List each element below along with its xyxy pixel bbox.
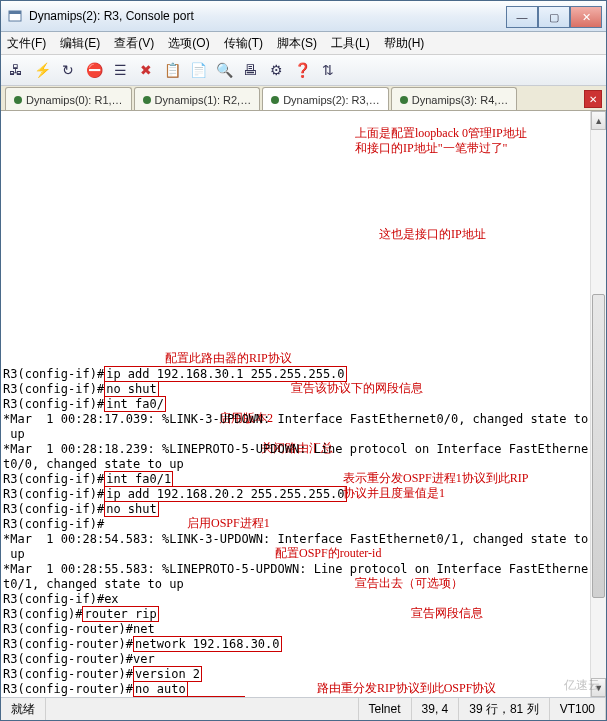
status-cursor-pos: 39, 4 bbox=[412, 698, 460, 720]
transfer-icon[interactable]: ⇅ bbox=[319, 61, 337, 79]
terminal-line: R3(config-if)#no shut bbox=[3, 502, 588, 517]
scroll-track[interactable] bbox=[591, 130, 606, 678]
terminal-line: *Mar 1 00:28:55.583: %LINEPROTO-5-UPDOWN… bbox=[3, 562, 588, 577]
menu-script[interactable]: 脚本(S) bbox=[277, 35, 317, 52]
close-button[interactable]: ✕ bbox=[570, 6, 602, 28]
menu-view[interactable]: 查看(V) bbox=[114, 35, 154, 52]
tab-dynamips-3[interactable]: Dynamips(3): R4,… bbox=[391, 87, 518, 110]
status-dot-icon bbox=[271, 96, 279, 104]
terminal-line: R3(config-if)#int fa0/ bbox=[3, 397, 588, 412]
terminal-area: 上面是配置loopback 0管理IP地址 和接口的IP地址"一笔带过了" 这也… bbox=[1, 111, 606, 697]
highlighted-command: network 192.168.30.0 bbox=[133, 636, 282, 652]
terminal-line: R3(config-if)#ip add 192.168.20.2 255.25… bbox=[3, 487, 588, 502]
highlighted-command: router rip bbox=[82, 606, 158, 622]
status-protocol: Telnet bbox=[359, 698, 412, 720]
tab-dynamips-1[interactable]: Dynamips(1): R2,… bbox=[134, 87, 261, 110]
highlighted-command: ip add 192.168.20.2 255.255.255.0 bbox=[104, 486, 346, 502]
highlighted-command: no shut bbox=[104, 501, 159, 517]
status-dot-icon bbox=[400, 96, 408, 104]
properties-icon[interactable]: ⚙ bbox=[267, 61, 285, 79]
terminal-line: t0/0, changed state to up bbox=[3, 457, 588, 472]
toolbar: 🖧 ⚡ ↻ ⛔ ☰ ✖ 📋 📄 🔍 🖶 ⚙ ❓ ⇅ bbox=[1, 55, 606, 86]
annotation-interface-ip: 这也是接口的IP地址 bbox=[379, 227, 486, 242]
statusbar: 就绪 Telnet 39, 4 39 行，81 列 VT100 bbox=[1, 697, 606, 720]
menu-tools[interactable]: 工具(L) bbox=[331, 35, 370, 52]
status-dot-icon bbox=[143, 96, 151, 104]
scroll-up-button[interactable]: ▲ bbox=[591, 111, 606, 130]
terminal-line: R3(config-router)#no auto bbox=[3, 682, 588, 697]
window-title: Dynamips(2): R3, Console port bbox=[29, 9, 506, 23]
menu-edit[interactable]: 编辑(E) bbox=[60, 35, 100, 52]
terminal-line: up bbox=[3, 427, 588, 442]
annotation-loopback-a: 上面是配置loopback 0管理IP地址 bbox=[355, 126, 527, 141]
print-icon[interactable]: 🖶 bbox=[241, 61, 259, 79]
terminal-line: R3(config-if)#ip add 192.168.30.1 255.25… bbox=[3, 367, 588, 382]
terminal-line: R3(config)#router rip bbox=[3, 607, 588, 622]
terminal-line: R3(config-router)#net bbox=[3, 622, 588, 637]
copy-icon[interactable]: 📋 bbox=[163, 61, 181, 79]
minimize-button[interactable]: — bbox=[506, 6, 538, 28]
terminal-line: up bbox=[3, 547, 588, 562]
highlighted-command: int fa0/ bbox=[104, 396, 166, 412]
tab-bar: Dynamips(0): R1,… Dynamips(1): R2,… Dyna… bbox=[1, 86, 606, 111]
terminal-line: *Mar 1 00:28:17.039: %LINK-3-UPDOWN: Int… bbox=[3, 412, 588, 427]
cancel-icon[interactable]: ✖ bbox=[137, 61, 155, 79]
terminal-output[interactable]: 上面是配置loopback 0管理IP地址 和接口的IP地址"一笔带过了" 这也… bbox=[1, 111, 590, 697]
terminal-line: R3(config-router)#network 192.168.30.0 bbox=[3, 637, 588, 652]
svg-rect-1 bbox=[9, 11, 21, 14]
reconnect-icon[interactable]: ↻ bbox=[59, 61, 77, 79]
menu-help[interactable]: 帮助(H) bbox=[384, 35, 425, 52]
highlighted-command: ip add 192.168.30.1 255.255.255.0 bbox=[104, 366, 346, 382]
terminal-line: t0/1, changed state to up bbox=[3, 577, 588, 592]
highlighted-command: no auto-summary bbox=[133, 696, 245, 697]
status-dot-icon bbox=[14, 96, 22, 104]
find-icon[interactable]: 🔍 bbox=[215, 61, 233, 79]
scroll-down-button[interactable]: ▼ bbox=[591, 678, 606, 697]
status-spacer bbox=[46, 698, 359, 720]
terminal-line: R3(config-if)# bbox=[3, 517, 588, 532]
highlighted-command: version 2 bbox=[133, 666, 202, 682]
app-window: Dynamips(2): R3, Console port — ▢ ✕ 文件(F… bbox=[0, 0, 607, 721]
scroll-thumb[interactable] bbox=[592, 294, 605, 597]
window-buttons: — ▢ ✕ bbox=[506, 6, 602, 26]
menubar: 文件(F) 编辑(E) 查看(V) 选项(O) 传输(T) 脚本(S) 工具(L… bbox=[1, 32, 606, 55]
annotation-rip: 配置此路由器的RIP协议 bbox=[165, 351, 292, 366]
tab-close-button[interactable]: ✕ bbox=[584, 90, 602, 108]
terminal-line: R3(config-router)#version 2 bbox=[3, 667, 588, 682]
app-icon bbox=[7, 8, 23, 24]
quick-connect-icon[interactable]: ⚡ bbox=[33, 61, 51, 79]
terminal-line: R3(config-router)#ver bbox=[3, 652, 588, 667]
help-icon[interactable]: ❓ bbox=[293, 61, 311, 79]
status-ready: 就绪 bbox=[1, 698, 46, 720]
session-options-icon[interactable]: ☰ bbox=[111, 61, 129, 79]
terminal-line: R3(config-if)#no shut bbox=[3, 382, 588, 397]
highlighted-command: no shut bbox=[104, 381, 159, 397]
menu-file[interactable]: 文件(F) bbox=[7, 35, 46, 52]
maximize-button[interactable]: ▢ bbox=[538, 6, 570, 28]
annotation-loopback-b: 和接口的IP地址"一笔带过了" bbox=[355, 141, 507, 156]
tab-dynamips-0[interactable]: Dynamips(0): R1,… bbox=[5, 87, 132, 110]
tab-dynamips-2[interactable]: Dynamips(2): R3,… bbox=[262, 87, 389, 110]
highlighted-command: int fa0/1 bbox=[104, 471, 173, 487]
titlebar: Dynamips(2): R3, Console port — ▢ ✕ bbox=[1, 1, 606, 32]
vertical-scrollbar[interactable]: ▲ ▼ bbox=[590, 111, 606, 697]
terminal-line: R3(config-if)#int fa0/1 bbox=[3, 472, 588, 487]
disconnect-icon[interactable]: ⛔ bbox=[85, 61, 103, 79]
terminal-line: *Mar 1 00:28:18.239: %LINEPROTO-5-UPDOWN… bbox=[3, 442, 588, 457]
menu-transfer[interactable]: 传输(T) bbox=[224, 35, 263, 52]
terminal-line: R3(config-if)#ex bbox=[3, 592, 588, 607]
highlighted-command: no auto bbox=[133, 681, 188, 697]
terminal-line: *Mar 1 00:28:54.583: %LINK-3-UPDOWN: Int… bbox=[3, 532, 588, 547]
status-size: 39 行，81 列 bbox=[459, 698, 549, 720]
status-term-type: VT100 bbox=[550, 698, 606, 720]
paste-icon[interactable]: 📄 bbox=[189, 61, 207, 79]
connect-icon[interactable]: 🖧 bbox=[7, 61, 25, 79]
menu-options[interactable]: 选项(O) bbox=[168, 35, 209, 52]
